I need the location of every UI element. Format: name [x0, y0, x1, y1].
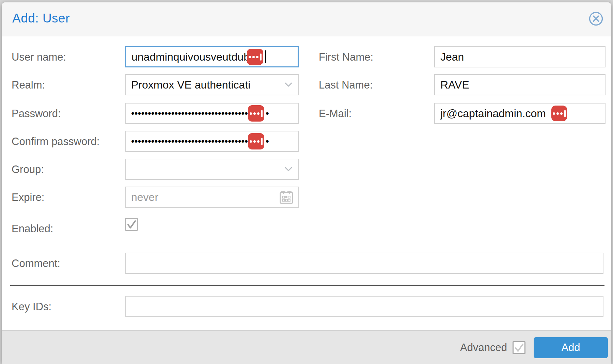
first-name-input[interactable]: Jean [434, 46, 606, 67]
confirm-password-input[interactable]: •••••••••••••••••••••••••••••••••••• • [125, 131, 299, 152]
expire-placeholder: never [131, 191, 158, 204]
realm-label: Realm: [12, 79, 45, 91]
password-manager-icon[interactable] [248, 105, 264, 122]
checkmark-icon [126, 219, 137, 230]
calendar-icon[interactable] [279, 190, 294, 205]
advanced-checkbox[interactable] [513, 341, 525, 354]
email-input[interactable]: jr@captainadmin.com [434, 103, 606, 124]
group-label: Group: [12, 163, 44, 176]
add-button-label: Add [561, 342, 580, 354]
last-name-input[interactable]: RAVE [434, 74, 606, 95]
confirm-password-label: Confirm password: [12, 136, 99, 148]
advanced-label: Advanced [460, 342, 507, 354]
password-manager-icon[interactable] [248, 133, 264, 149]
username-value: unadminquivousveutdub [131, 51, 250, 63]
expire-label: Expire: [12, 191, 44, 204]
section-divider [10, 285, 604, 286]
dialog-footer: Advanced Add [2, 330, 611, 364]
chevron-down-icon [284, 167, 293, 172]
dialog-header: Add: User [2, 2, 611, 36]
password-manager-icon[interactable] [551, 106, 567, 121]
realm-value: Proxmox VE authenticati [131, 79, 250, 91]
email-label: E-Mail: [319, 108, 351, 120]
username-input[interactable]: unadminquivousveutdub [125, 46, 299, 67]
key-ids-label: Key IDs: [12, 301, 51, 313]
confirm-password-masked-tail: • [266, 136, 269, 147]
expire-input[interactable]: never [125, 187, 299, 208]
password-manager-icon[interactable] [247, 49, 263, 65]
password-masked-tail: • [266, 108, 269, 119]
add-button[interactable]: Add [534, 337, 608, 358]
add-user-dialog: Add: User User name: Realm: Password: Co… [2, 2, 611, 364]
key-ids-input[interactable] [125, 296, 603, 317]
checkmark-icon [514, 342, 524, 353]
email-value: jr@captainadmin.com [440, 107, 546, 120]
username-label: User name: [12, 51, 66, 63]
chevron-down-icon [284, 82, 293, 88]
enabled-label: Enabled: [12, 223, 53, 235]
dialog-title: Add: User [12, 11, 70, 26]
last-name-value: RAVE [440, 79, 469, 91]
group-select[interactable] [125, 159, 299, 180]
password-masked-value: •••••••••••••••••••••••••••••••••••• [131, 108, 251, 119]
password-input[interactable]: •••••••••••••••••••••••••••••••••••• • [125, 103, 299, 124]
last-name-label: Last Name: [319, 79, 373, 91]
comment-label: Comment: [12, 257, 60, 270]
enabled-checkbox[interactable] [125, 218, 138, 231]
password-label: Password: [12, 108, 61, 120]
comment-input[interactable] [125, 253, 603, 274]
first-name-value: Jean [440, 51, 464, 63]
confirm-password-masked-value: •••••••••••••••••••••••••••••••••••• [131, 136, 251, 147]
first-name-label: First Name: [319, 51, 373, 63]
realm-select[interactable]: Proxmox VE authenticati [125, 74, 299, 95]
close-icon[interactable] [588, 11, 604, 27]
text-caret [265, 50, 266, 63]
